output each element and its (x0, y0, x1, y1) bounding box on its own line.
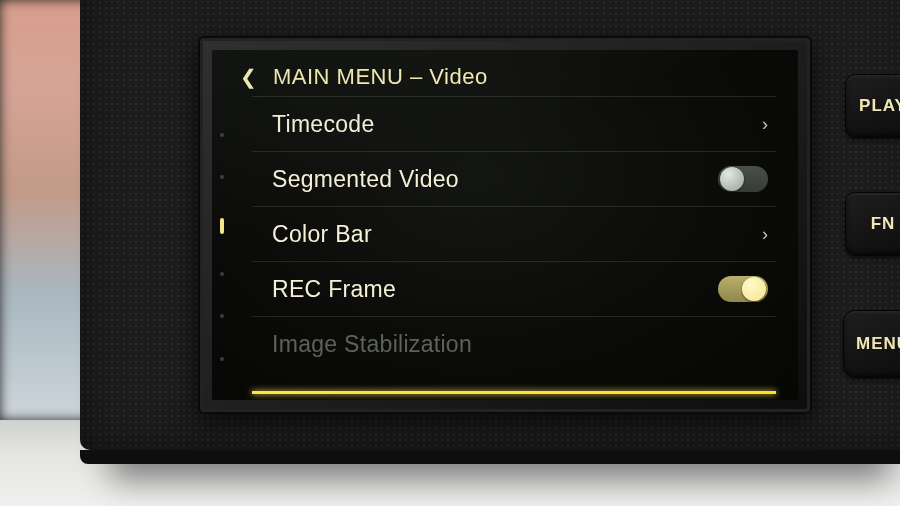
menu-item-label: Color Bar (272, 221, 372, 248)
page-dot (220, 272, 224, 276)
menu-list: Timecode›Segmented VideoColor Bar›REC Fr… (252, 96, 776, 400)
page-dot (220, 218, 224, 234)
page-indicator (220, 114, 230, 380)
page-dot (220, 357, 224, 361)
menu-header: ❮ MAIN MENU – Video (212, 50, 798, 100)
menu-title: MAIN MENU – Video (273, 64, 488, 90)
menu-button-label: MENU (856, 334, 900, 354)
back-icon[interactable]: ❮ (240, 67, 257, 87)
chevron-right-icon: › (762, 224, 768, 245)
page-dot (220, 175, 224, 179)
toggle-knob (720, 167, 744, 191)
camera-body: ❮ MAIN MENU – Video Timecode›Segmented V… (80, 0, 900, 450)
lcd-bezel: ❮ MAIN MENU – Video Timecode›Segmented V… (198, 36, 812, 414)
menu-item-segmented-video-toggle[interactable] (718, 166, 768, 192)
toggle-knob (742, 277, 766, 301)
scene: ❮ MAIN MENU – Video Timecode›Segmented V… (0, 0, 900, 506)
menu-button[interactable]: MENU (843, 310, 900, 378)
chevron-right-icon: › (762, 114, 768, 135)
fn-button-label: FN (871, 214, 896, 234)
page-dot (220, 133, 224, 137)
menu-item-label: Timecode (272, 111, 375, 138)
menu-item-timecode[interactable]: Timecode› (252, 97, 776, 151)
menu-item-rec-frame-toggle[interactable] (718, 276, 768, 302)
menu-item-image-stabilization[interactable]: Image Stabilization (252, 317, 776, 371)
accent-underline (252, 391, 776, 394)
lcd-screen: ❮ MAIN MENU – Video Timecode›Segmented V… (212, 50, 798, 400)
fn-button[interactable]: FN (845, 192, 900, 256)
menu-item-label: Segmented Video (272, 166, 459, 193)
page-dot (220, 314, 224, 318)
play-button[interactable]: PLAY (845, 74, 900, 138)
menu-item-label: Image Stabilization (272, 331, 472, 358)
menu-item-segmented-video[interactable]: Segmented Video (252, 152, 776, 206)
play-button-label: PLAY (859, 96, 900, 116)
menu-item-rec-frame[interactable]: REC Frame (252, 262, 776, 316)
menu-item-label: REC Frame (272, 276, 396, 303)
menu-item-color-bar[interactable]: Color Bar› (252, 207, 776, 261)
